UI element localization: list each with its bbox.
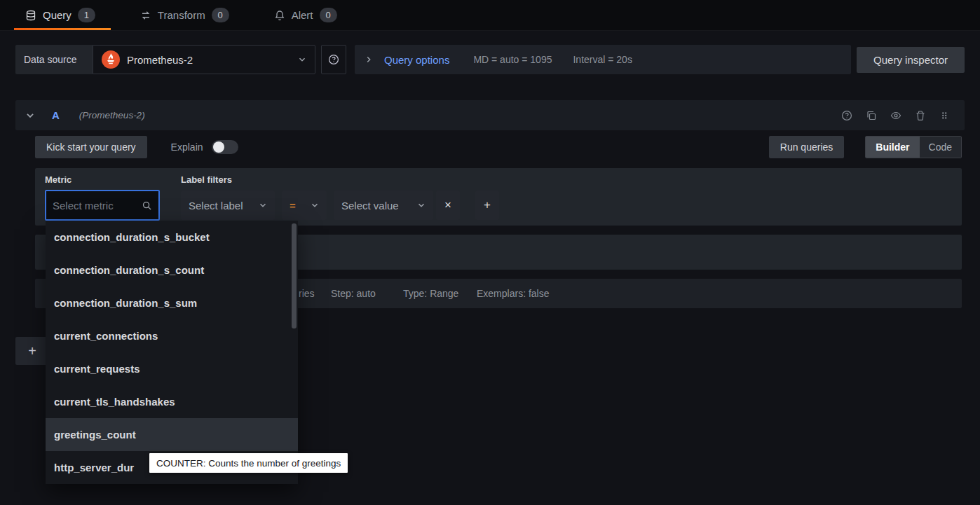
options-fragment: ries (299, 288, 315, 299)
add-label-filter-button[interactable]: + (475, 191, 499, 220)
tab-query-badge: 1 (78, 8, 95, 22)
tab-transform[interactable]: Transform 0 (129, 0, 245, 30)
metric-option-highlighted[interactable]: greetings_count (46, 418, 298, 451)
query-inspector-button[interactable]: Query inspector (857, 47, 965, 73)
max-data-points-summary: MD = auto = 1095 (473, 54, 552, 65)
chevron-down-icon (417, 201, 426, 209)
builder-mode-tab[interactable]: Builder (866, 137, 919, 158)
kick-start-query-button[interactable]: Kick start your query (35, 136, 147, 158)
datasource-value: Prometheus-2 (127, 54, 193, 66)
query-row-actions (841, 110, 949, 121)
scrollbar-thumb[interactable] (292, 223, 297, 328)
metric-field-label: Metric (45, 174, 72, 185)
datasource-row: Data source Prometheus-2 Query options M… (15, 45, 965, 74)
metric-select-input[interactable] (53, 200, 137, 212)
operator-value: = (290, 200, 296, 212)
copy-icon[interactable] (866, 110, 877, 121)
metric-select-box[interactable] (45, 190, 160, 221)
prometheus-flame-icon (102, 50, 120, 69)
explain-label: Explain (171, 141, 203, 153)
drag-handle-icon[interactable] (939, 110, 949, 121)
collapse-chevron-down-icon[interactable] (25, 111, 35, 120)
label-filter-value-placeholder: Select value (341, 200, 399, 212)
query-datasource-hint: (Prometheus-2) (79, 110, 145, 120)
metric-description-tooltip: COUNTER: Counts the number of greetings (149, 453, 348, 473)
query-row-header[interactable]: A (Prometheus-2) (15, 100, 965, 130)
chevron-down-icon (259, 201, 267, 209)
query-toolbar: Kick start your query Explain Run querie… (35, 136, 962, 158)
type-summary: Type: Range (403, 288, 458, 299)
help-circle-icon (328, 54, 339, 65)
label-filter-key-select[interactable]: Select label (181, 191, 275, 220)
eye-icon[interactable] (890, 110, 901, 121)
toggle-knob (213, 141, 224, 153)
metric-option[interactable]: connection_duration_s_count (46, 254, 298, 286)
step-summary: Step: auto (331, 288, 376, 299)
query-options-link[interactable]: Query options (384, 54, 449, 66)
label-filter-operator-select[interactable]: = (282, 191, 327, 220)
metric-option[interactable]: connection_duration_s_sum (46, 286, 298, 319)
remove-label-filter-button[interactable]: × (436, 191, 460, 220)
chevron-right-icon (365, 55, 373, 64)
chevron-down-icon (311, 201, 319, 209)
query-options-bar[interactable]: Query options MD = auto = 1095 Interval … (355, 45, 851, 74)
tab-query[interactable]: Query 1 (14, 0, 111, 30)
datasource-label: Data source (15, 45, 93, 74)
run-queries-button[interactable]: Run queries (769, 136, 845, 158)
help-circle-icon[interactable] (841, 110, 852, 121)
transform-arrows-icon (140, 10, 151, 21)
label-filter-key-placeholder: Select label (189, 200, 243, 212)
query-ref-id: A (52, 109, 60, 121)
metric-dropdown-menu: connection_duration_s_bucket connection_… (46, 221, 298, 484)
interval-summary: Interval = 20s (573, 54, 632, 65)
metric-option[interactable]: current_tls_handshakes (46, 385, 298, 418)
explain-toggle[interactable] (212, 140, 238, 154)
bell-icon (274, 10, 285, 21)
tab-transform-label: Transform (158, 9, 205, 21)
search-icon (142, 200, 152, 211)
metric-option[interactable]: current_requests (46, 352, 298, 385)
chevron-down-icon (298, 55, 306, 64)
builder-panel: Metric Label filters Select label = Sele… (35, 168, 962, 226)
label-filters-label: Label filters (181, 174, 232, 185)
tab-alert-label: Alert (292, 9, 313, 21)
tab-query-label: Query (43, 9, 72, 21)
add-query-button[interactable]: + (15, 337, 49, 365)
metric-option[interactable]: connection_duration_s_bucket (46, 221, 298, 254)
grafana-query-editor: Query 1 Transform 0 Alert 0 Data source … (0, 0, 980, 505)
label-filter-value-select[interactable]: Select value (334, 191, 433, 220)
datasource-picker[interactable]: Prometheus-2 (93, 45, 315, 74)
metric-option[interactable]: current_connections (46, 319, 298, 352)
datasource-help-button[interactable] (321, 45, 346, 74)
code-mode-tab[interactable]: Code (920, 137, 961, 158)
editor-tabs-bar: Query 1 Transform 0 Alert 0 (0, 0, 980, 31)
tab-alert[interactable]: Alert 0 (263, 0, 353, 30)
editor-mode-switch: Builder Code (865, 136, 962, 158)
exemplars-summary: Exemplars: false (477, 288, 549, 299)
tab-transform-badge: 0 (212, 8, 229, 22)
tab-alert-badge: 0 (320, 8, 337, 22)
database-icon (25, 10, 36, 21)
trash-icon[interactable] (915, 110, 926, 121)
